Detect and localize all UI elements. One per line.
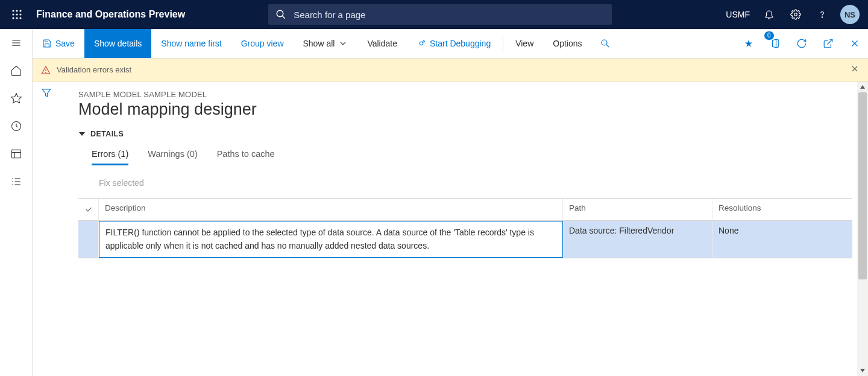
- breadcrumb: SAMPLE MODEL SAMPLE MODEL: [78, 90, 852, 99]
- svg-point-4: [16, 13, 17, 15]
- svg-point-1: [16, 10, 17, 11]
- help-button[interactable]: [810, 0, 834, 29]
- favorites-icon[interactable]: [10, 92, 23, 105]
- column-header-description[interactable]: Description: [99, 199, 563, 220]
- grid-row[interactable]: FILTER() function cannot be applied to t…: [78, 221, 852, 258]
- office-badge-count: 0: [764, 31, 774, 40]
- svg-rect-18: [11, 150, 20, 158]
- dismiss-message-button[interactable]: [850, 64, 860, 75]
- svg-marker-42: [860, 85, 865, 89]
- waffle-menu[interactable]: [5, 0, 29, 29]
- column-header-path[interactable]: Path: [563, 199, 712, 220]
- user-avatar[interactable]: NS: [840, 5, 860, 24]
- scroll-thumb[interactable]: [858, 92, 867, 279]
- validation-message-bar: Validation errors exist: [33, 59, 868, 81]
- svg-line-10: [282, 16, 285, 19]
- svg-point-5: [19, 13, 21, 15]
- app-title: Finance and Operations Preview: [36, 9, 185, 20]
- grid-header-row: Description Path Resolutions: [78, 199, 852, 221]
- debug-icon: [417, 39, 426, 48]
- warning-icon: [41, 65, 51, 75]
- fix-selected-button: Fix selected: [99, 178, 144, 188]
- svg-point-9: [277, 10, 283, 17]
- search-input[interactable]: [294, 10, 605, 20]
- show-name-first-button[interactable]: Show name first: [151, 29, 231, 58]
- svg-marker-43: [860, 369, 865, 372]
- filter-pane-button[interactable]: [41, 88, 52, 101]
- scroll-down-button[interactable]: [857, 365, 868, 376]
- tab-errors[interactable]: Errors (1): [92, 149, 128, 165]
- vertical-scrollbar[interactable]: [857, 81, 868, 376]
- svg-marker-32: [745, 40, 752, 47]
- svg-point-7: [16, 17, 17, 19]
- company-picker[interactable]: USMF: [721, 10, 755, 19]
- close-button[interactable]: [841, 29, 868, 58]
- recent-icon[interactable]: [10, 119, 23, 133]
- validation-message-text: Validation errors exist: [57, 65, 131, 74]
- start-debugging-button[interactable]: Start Debugging: [407, 29, 500, 58]
- page-title: Model mapping designer: [78, 100, 852, 119]
- svg-marker-41: [79, 132, 85, 136]
- svg-point-12: [822, 17, 822, 18]
- home-icon[interactable]: [10, 64, 23, 77]
- svg-point-8: [19, 17, 21, 19]
- group-view-button[interactable]: Group view: [231, 29, 294, 58]
- column-header-resolutions[interactable]: Resolutions: [712, 199, 852, 220]
- details-section-toggle[interactable]: DETAILS: [78, 130, 852, 138]
- validate-button[interactable]: Validate: [357, 29, 407, 58]
- search-icon: [275, 9, 286, 20]
- settings-button[interactable]: [784, 0, 808, 29]
- show-all-dropdown[interactable]: Show all: [294, 29, 358, 58]
- scroll-up-button[interactable]: [857, 81, 868, 92]
- svg-point-3: [12, 13, 14, 15]
- errors-grid: Description Path Resolutions FILTER() fu…: [78, 198, 852, 258]
- notifications-button[interactable]: [757, 0, 781, 29]
- cell-description[interactable]: FILTER() function cannot be applied to t…: [99, 221, 563, 258]
- global-search[interactable]: [268, 4, 612, 25]
- tab-paths-to-cache[interactable]: Paths to cache: [217, 149, 275, 165]
- row-checkbox[interactable]: [78, 221, 99, 258]
- cell-path[interactable]: Data source: FilteredVendor: [563, 221, 712, 258]
- svg-marker-16: [11, 94, 21, 103]
- save-button[interactable]: Save: [33, 29, 84, 58]
- chevron-down-icon: [338, 39, 348, 48]
- svg-line-33: [828, 39, 832, 44]
- collapse-icon: [78, 130, 86, 138]
- svg-line-31: [606, 45, 608, 47]
- popout-button[interactable]: [815, 29, 841, 58]
- svg-point-37: [46, 72, 46, 72]
- hamburger-menu[interactable]: [10, 36, 23, 49]
- view-menu[interactable]: View: [506, 29, 543, 58]
- select-all-checkbox[interactable]: [78, 199, 99, 220]
- svg-point-11: [794, 13, 797, 16]
- personalize-button[interactable]: [735, 29, 762, 58]
- svg-point-6: [12, 17, 14, 19]
- svg-marker-40: [42, 89, 51, 97]
- show-details-button[interactable]: Show details: [84, 29, 151, 58]
- cell-resolutions[interactable]: None: [712, 221, 852, 258]
- options-menu[interactable]: Options: [543, 29, 591, 58]
- tab-warnings[interactable]: Warnings (0): [148, 149, 197, 165]
- office-button[interactable]: 0: [762, 29, 788, 58]
- workspaces-icon[interactable]: [10, 147, 23, 161]
- svg-point-0: [12, 10, 14, 11]
- svg-point-2: [19, 10, 21, 11]
- refresh-button[interactable]: [788, 29, 815, 58]
- svg-point-30: [602, 40, 607, 45]
- modules-icon[interactable]: [10, 175, 23, 188]
- find-button[interactable]: [592, 29, 618, 58]
